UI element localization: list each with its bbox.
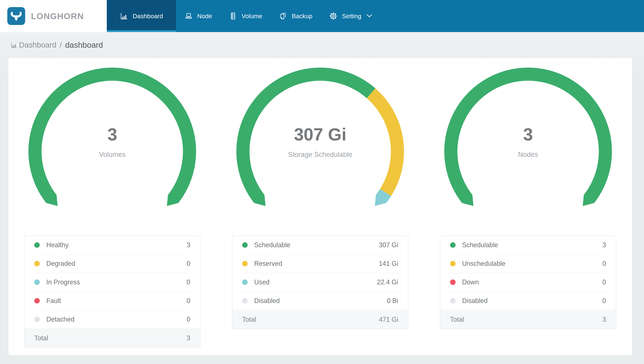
legend-value: 3 [602, 241, 606, 249]
legend-total-value: 471 Gi [379, 316, 398, 323]
nav-label: Node [197, 12, 212, 20]
nav-label: Setting [342, 12, 361, 20]
brand-logo[interactable]: LONGHORN [0, 0, 107, 32]
brand-name: LONGHORN [31, 11, 84, 21]
legend-label: Disabled [462, 297, 602, 304]
breadcrumb: Dashboard / dashboard [0, 32, 644, 58]
legend-value: 0 [186, 260, 190, 268]
nav-label: Dashboard [133, 12, 163, 20]
legend-label: Fault [46, 297, 186, 304]
legend-label: Down [462, 278, 602, 286]
legend-dot [34, 298, 40, 304]
legend-row: Schedulable 307 Gi [232, 236, 408, 254]
top-nav: LONGHORN Dashboard Node [0, 0, 644, 32]
legend-row: Detached 0 [24, 310, 200, 329]
laptop-icon [184, 12, 193, 20]
legend-value: 0 [186, 316, 190, 323]
donut-gauge-svg [442, 67, 614, 227]
legend-dot [242, 280, 248, 285]
nodes-panel: 3 Nodes Schedulable 3 Unschedulable 0 D [424, 67, 632, 348]
storage-legend-table: Schedulable 307 Gi Reserved 141 Gi Used … [232, 236, 408, 329]
legend-value: 0 [186, 297, 190, 304]
legend-row: Schedulable 3 [440, 236, 616, 254]
legend-dot [34, 242, 40, 248]
legend-row: Disabled 0 Bi [232, 292, 408, 310]
volumes-legend-table: Healthy 3 Degraded 0 In Progress 0 Fault… [24, 236, 200, 348]
legend-row: In Progress 0 [24, 273, 200, 292]
legend-total-row: Total 3 [24, 329, 200, 347]
legend-value: 0 [186, 278, 190, 286]
legend-dot [242, 298, 248, 304]
legend-total-label: Total [34, 334, 186, 342]
legend-total-value: 3 [602, 316, 606, 323]
legend-label: Reserved [254, 260, 379, 268]
donut-gauge-svg [26, 67, 198, 227]
legend-label: Degraded [46, 260, 186, 268]
legend-dot [34, 280, 40, 285]
longhorn-logo-icon [7, 7, 25, 25]
bar-chart-icon [120, 12, 128, 20]
nav-item-setting[interactable]: Setting [321, 0, 380, 32]
nav-label: Backup [292, 12, 312, 20]
legend-dot [450, 280, 456, 285]
legend-total-row: Total 471 Gi [232, 310, 408, 329]
legend-label: Healthy [46, 241, 186, 249]
storage-gauge: 307 Gi Storage Schedulable [234, 67, 406, 227]
legend-row: Used 22.4 Gi [232, 273, 408, 292]
legend-row: Unschedulable 0 [440, 254, 616, 273]
legend-value: 141 Gi [379, 260, 398, 268]
legend-row: Reserved 141 Gi [232, 254, 408, 273]
nav-item-backup[interactable]: Backup [270, 0, 321, 32]
legend-dot [242, 242, 248, 248]
legend-label: Schedulable [254, 241, 379, 249]
nav-label: Volume [242, 12, 262, 20]
legend-row: Disabled 0 [440, 292, 616, 310]
nav-item-dashboard[interactable]: Dashboard [107, 0, 176, 32]
gear-icon [329, 12, 338, 20]
nodes-gauge: 3 Nodes [442, 67, 614, 227]
legend-total-row: Total 3 [440, 310, 616, 329]
legend-label: In Progress [46, 278, 186, 286]
legend-value: 22.4 Gi [377, 278, 398, 286]
legend-row: Degraded 0 [24, 254, 200, 273]
legend-total-label: Total [242, 316, 379, 323]
legend-value: 0 [602, 297, 606, 304]
legend-total-value: 3 [186, 334, 190, 342]
storage-panel: 307 Gi Storage Schedulable Schedulable 3… [216, 67, 424, 348]
legend-value: 307 Gi [379, 241, 398, 249]
legend-label: Disabled [254, 297, 387, 304]
legend-label: Detached [46, 316, 186, 323]
copy-document-icon [279, 12, 288, 20]
legend-dot [450, 298, 456, 304]
legend-dot [242, 261, 248, 266]
legend-row: Down 0 [440, 273, 616, 292]
legend-label: Used [254, 278, 377, 286]
breadcrumb-current-page: dashboard [65, 40, 103, 50]
legend-label: Unschedulable [462, 260, 602, 268]
legend-row: Healthy 3 [24, 236, 200, 254]
legend-value: 0 [602, 260, 606, 268]
legend-dot [450, 261, 456, 266]
donut-gauge-svg [234, 67, 406, 227]
nav-items: Dashboard Node Volume [107, 0, 644, 32]
legend-dot [450, 242, 456, 248]
dashboard-card: 3 Volumes Healthy 3 Degraded 0 In Progr [8, 58, 632, 355]
legend-dot [34, 261, 40, 266]
nodes-legend-table: Schedulable 3 Unschedulable 0 Down 0 Dis… [440, 236, 616, 329]
volumes-panel: 3 Volumes Healthy 3 Degraded 0 In Progr [8, 67, 216, 348]
breadcrumb-separator: / [60, 41, 62, 49]
legend-label: Schedulable [462, 241, 602, 249]
legend-value: 3 [186, 241, 190, 249]
legend-value: 0 Bi [387, 297, 398, 304]
legend-value: 0 [602, 278, 606, 286]
legend-total-label: Total [450, 316, 602, 323]
server-icon [229, 12, 237, 20]
chevron-down-icon [367, 14, 372, 18]
volumes-gauge: 3 Volumes [26, 67, 198, 227]
bar-chart-icon [10, 42, 18, 48]
nav-item-node[interactable]: Node [176, 0, 220, 32]
breadcrumb-section[interactable]: Dashboard [19, 41, 56, 49]
nav-item-volume[interactable]: Volume [220, 0, 270, 32]
charts-row: 3 Volumes Healthy 3 Degraded 0 In Progr [8, 67, 632, 348]
legend-row: Fault 0 [24, 292, 200, 310]
